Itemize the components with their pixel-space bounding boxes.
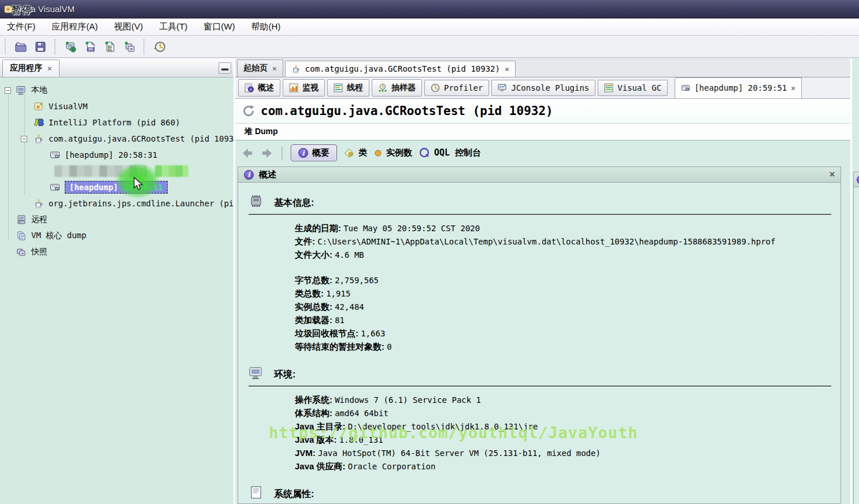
- save-icon[interactable]: [34, 40, 47, 54]
- tab-label: Visual GC: [617, 83, 661, 92]
- sampler-tab-icon: [378, 83, 387, 92]
- tab-label: JConsole Plugins: [511, 83, 589, 92]
- tab-label: 监视: [302, 83, 319, 93]
- collapse-icon[interactable]: −: [21, 136, 27, 142]
- tab-monitor[interactable]: 监视: [283, 79, 325, 97]
- section-title: 环境:: [274, 369, 295, 381]
- svg-text:01: 01: [108, 47, 113, 51]
- remote-host-icon: [16, 214, 27, 225]
- visualgc-tab-icon: [604, 83, 613, 92]
- summary-button-label: 概要: [312, 147, 329, 158]
- heap-dump-label[interactable]: 堆 Dump: [245, 127, 278, 136]
- close-icon[interactable]: ×: [505, 65, 509, 73]
- tab-sampler[interactable]: 抽样器: [372, 79, 422, 97]
- menu-tools[interactable]: 工具(T): [159, 21, 187, 32]
- tab-jconsole-plugins[interactable]: JConsole Plugins: [491, 80, 595, 96]
- close-icon[interactable]: ×: [791, 84, 795, 92]
- toolbar-separator: [54, 39, 57, 54]
- menu-help[interactable]: 帮助(H): [251, 21, 280, 32]
- forward-icon[interactable]: [261, 147, 273, 159]
- right-panel-header: [853, 172, 859, 187]
- java-cup-icon: [291, 64, 301, 73]
- add-remote-host-icon[interactable]: [64, 40, 77, 54]
- system-clock-icon[interactable]: [153, 40, 166, 54]
- heap-dump-toolbar: i 概要 类 实例数: [235, 140, 850, 165]
- basic-info-section: 基本信息: 生成的日期: Tue May 05 20:59:52 CST 202…: [249, 194, 841, 352]
- document-icon: [249, 486, 264, 501]
- tree-item-heapdump-1[interactable]: [heapdump] 20:58:31: [0, 147, 234, 163]
- tab-heapdump[interactable]: [heapdump] 20:59:51 ×: [675, 77, 802, 98]
- add-local-application-icon[interactable]: 0101: [103, 40, 117, 54]
- title-bar: Java VisualVM 暂停: [0, 0, 859, 18]
- applications-tree: − 本地 VisualVM IntelliJ Platform (pid 860…: [0, 77, 234, 260]
- collapse-icon[interactable]: −: [5, 87, 11, 94]
- menu-window[interactable]: 窗口(W): [203, 21, 235, 32]
- tree-item-censored[interactable]: [0, 163, 234, 179]
- right-partial-panel: [850, 58, 859, 504]
- tree-item-visualvm[interactable]: VisualVM: [0, 98, 234, 114]
- tab-label: 起始页: [243, 63, 268, 73]
- field-value: 1,915: [326, 289, 350, 298]
- tab-profiler[interactable]: Profiler: [424, 80, 489, 96]
- minimize-panel-button[interactable]: ▬: [219, 62, 231, 74]
- tree-item-jps-launcher[interactable]: org.jetbrains.jps.cmdline.Launcher (pi: [0, 195, 234, 212]
- menu-file[interactable]: 文件(F): [7, 21, 35, 32]
- field-key: 等待结束的暂挂对象数:: [295, 342, 384, 351]
- visualvm-icon: [34, 101, 44, 112]
- field-value: C:\Users\ADMINI~1\AppData\Local\Temp\vis…: [317, 237, 775, 246]
- instances-label: 实例数: [386, 147, 412, 158]
- tab-overview[interactable]: i 概述: [238, 79, 280, 97]
- tab-label: com.atguigu.java.GCRootsTest (pid 10932): [305, 64, 500, 73]
- tree-item-intellij[interactable]: IntelliJ Platform (pid 860): [0, 114, 234, 131]
- back-icon[interactable]: [241, 147, 254, 159]
- tab-start-page[interactable]: 起始页 ×: [237, 60, 283, 77]
- tree-item-label: 远程: [31, 214, 47, 225]
- tab-visual-gc[interactable]: Visual GC: [598, 80, 668, 96]
- threads-tab-icon: [334, 83, 343, 92]
- menu-applications[interactable]: 应用程序(A): [51, 21, 98, 32]
- oql-console-button[interactable]: OQL 控制台: [419, 147, 481, 158]
- summary-button[interactable]: i 概要: [291, 144, 337, 161]
- info-icon: [857, 175, 859, 184]
- tree-item-label: VM 核心 dump: [31, 231, 86, 241]
- close-icon[interactable]: ×: [830, 169, 835, 180]
- field-value: 1.8.0_131: [339, 435, 383, 444]
- tree-item-label: 本地: [31, 85, 47, 95]
- overview-tab-icon: i: [245, 83, 254, 92]
- field-key: 字节总数:: [295, 275, 332, 285]
- classes-button[interactable]: 类: [344, 147, 367, 158]
- field-value: 42,484: [335, 302, 364, 312]
- field-key: 文件大小:: [295, 250, 332, 260]
- add-snapshot-icon[interactable]: [123, 40, 136, 54]
- field-key: 操作系统:: [295, 395, 332, 405]
- classes-icon: [344, 148, 354, 158]
- field-value: Tue May 05 20:59:52 CST 2020: [343, 224, 480, 233]
- menu-view[interactable]: 视图(V): [114, 21, 143, 32]
- tree-item-vm-coredump[interactable]: VM 核心 dump: [0, 228, 234, 244]
- tree-item-snapshots[interactable]: 快照: [0, 244, 234, 260]
- field-key: 文件:: [295, 236, 315, 246]
- applications-panel-header: 应用程序 × ▬: [0, 58, 234, 77]
- censored-label: [54, 165, 147, 177]
- field-value: Windows 7 (6.1) Service Pack 1: [335, 395, 481, 405]
- tab-threads[interactable]: 线程: [327, 79, 369, 97]
- field-value: D:\developer_tools\jdk\jdk1.8.0_131\jre: [348, 422, 538, 431]
- applications-tab[interactable]: 应用程序 ×: [2, 60, 60, 77]
- overview-panel-body: 基本信息: 生成的日期: Tue May 05 20:59:52 CST 202…: [238, 183, 841, 503]
- add-jmx-connection-icon[interactable]: JMX: [83, 40, 97, 54]
- field-key: 实例总数:: [295, 302, 332, 312]
- close-icon[interactable]: ×: [272, 64, 277, 73]
- field-key: 类加载器:: [295, 315, 332, 325]
- field-key: 垃圾回收根节点:: [295, 328, 358, 338]
- load-snapshot-icon[interactable]: [14, 40, 28, 54]
- tab-gcrootstest[interactable]: com.atguigu.java.GCRootsTest (pid 10932)…: [285, 61, 516, 77]
- main-toolbar: JMX 0101: [0, 36, 859, 58]
- tree-item-remote[interactable]: 远程: [0, 212, 234, 228]
- tree-item-heapdump-2-selected[interactable]: [heapdump] 20:59:51: [0, 179, 234, 195]
- tree-item-gcrootstest[interactable]: − com.atguigu.java.GCRootsTest (pid 1093: [0, 131, 234, 147]
- instances-button[interactable]: 实例数: [374, 147, 412, 158]
- censored-label: [155, 165, 188, 177]
- tree-item-local[interactable]: − 本地: [0, 82, 234, 98]
- computer-icon: [249, 366, 264, 381]
- close-icon[interactable]: ×: [47, 64, 52, 73]
